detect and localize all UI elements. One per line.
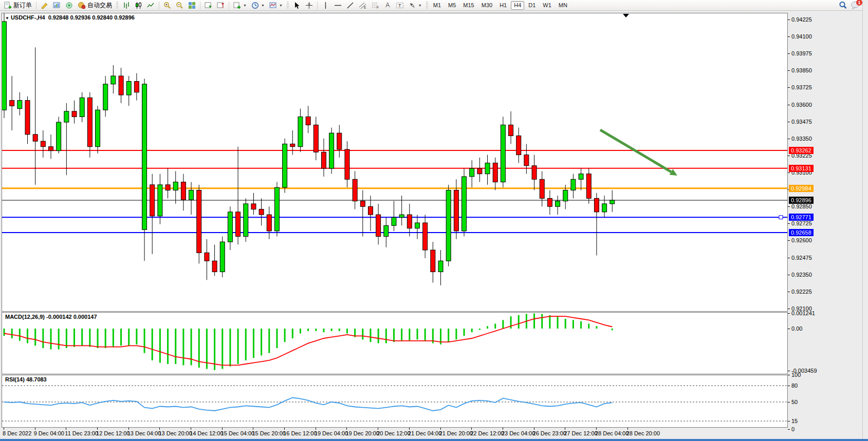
timeframe-h1-button[interactable]: H1 — [496, 1, 510, 10]
styler-button[interactable] — [39, 1, 50, 10]
candle — [134, 73, 139, 101]
chart-shift-marker[interactable] — [623, 14, 629, 17]
time-tick — [316, 428, 316, 430]
candle — [189, 182, 194, 215]
chart-ohlc-values: 0.92848 0.92936 0.92840 0.92896 — [48, 14, 135, 21]
fibonacci-icon: F — [372, 2, 380, 9]
cursor-button[interactable] — [291, 1, 303, 10]
candle — [376, 204, 381, 244]
level-line-handle[interactable] — [779, 216, 783, 219]
news-button[interactable] — [63, 1, 75, 10]
market-watch-button[interactable] — [51, 1, 63, 10]
candle — [313, 117, 318, 160]
candle — [610, 190, 615, 212]
bar-chart-mode-button[interactable] — [120, 1, 132, 10]
timeframe-m1-button[interactable]: M1 — [430, 1, 444, 10]
horizontal-line-button[interactable] — [332, 1, 344, 10]
crosshair-button[interactable] — [303, 1, 315, 10]
candle — [477, 158, 482, 182]
price-tick-label: 0.93850 — [791, 67, 812, 73]
time-tick-label: 28 Dec 04:00 — [595, 430, 629, 436]
auto-scroll-button[interactable] — [202, 1, 214, 10]
candle — [173, 171, 178, 204]
trendline-button[interactable] — [344, 1, 356, 10]
time-tick — [191, 428, 191, 430]
candle — [111, 65, 116, 94]
timeframe-h4-button[interactable]: H4 — [511, 1, 524, 10]
tile-windows-button[interactable] — [186, 1, 198, 10]
time-tick-label: 21 Dec 04:00 — [408, 430, 441, 436]
candle — [25, 97, 30, 144]
chevron-down-icon: ▼ — [279, 4, 283, 7]
auto-trading-icon — [78, 2, 86, 9]
vertical-line-button[interactable] — [320, 1, 331, 10]
time-axis[interactable]: 8 Dec 20229 Dec 04:0011 Dec 23:0012 Dec … — [2, 428, 788, 437]
mt4-terminal: 新订单 自动交易 — [0, 0, 868, 441]
price-tick — [788, 20, 790, 20]
macd-tick — [788, 329, 790, 329]
chat-button[interactable]: 1 — [851, 1, 861, 10]
text-icon: A — [385, 2, 390, 9]
fibonacci-button[interactable]: F — [370, 1, 382, 10]
candlestick-chart[interactable] — [2, 13, 787, 311]
macd-tick — [788, 313, 790, 314]
time-tick-label: 28 Dec 20:00 — [626, 430, 660, 436]
candle — [360, 190, 365, 236]
macd-tick — [788, 371, 790, 371]
rsi-tick — [788, 402, 790, 402]
candle — [158, 174, 162, 224]
rsi-panel[interactable]: RSI(14) 48.7083 — [2, 375, 788, 428]
timeframe-mn-button[interactable]: MN — [556, 1, 570, 10]
candle-chart-mode-button[interactable] — [133, 1, 144, 10]
arrows-button[interactable]: ▼ — [407, 1, 424, 10]
macd-panel[interactable]: MACD(12,26,9) -0.000142 0.000147 — [2, 312, 788, 374]
auto-trading-button[interactable]: 自动交易 — [76, 1, 114, 10]
main-chart-panel[interactable]: ▼USDCHF-,H4 0.92848 0.92936 0.92840 0.92… — [2, 13, 788, 312]
timeframe-m5-button[interactable]: M5 — [445, 1, 459, 10]
candle — [438, 250, 443, 285]
candle — [298, 109, 303, 152]
macd-values: -0.000142 0.000147 — [46, 314, 97, 320]
candle — [165, 168, 170, 198]
time-tick — [627, 428, 628, 430]
time-tick-label: 23 Dec 04:00 — [502, 430, 535, 436]
market-watch-icon — [53, 2, 61, 9]
candle — [431, 242, 435, 282]
rsi-tick-label: 15 — [791, 418, 798, 424]
templates-button[interactable]: ▼ — [267, 1, 285, 10]
timeframe-m30-button[interactable]: M30 — [478, 1, 495, 10]
time-tick — [378, 428, 378, 430]
candle — [524, 144, 529, 174]
search-icon[interactable] — [838, 1, 847, 10]
text-button[interactable]: A — [382, 1, 393, 10]
svg-text:E: E — [364, 6, 366, 9]
svg-text:T: T — [398, 3, 401, 8]
price-tick-label: 0.92600 — [791, 237, 812, 243]
timeframe-w1-button[interactable]: W1 — [540, 1, 555, 10]
candle — [197, 185, 201, 264]
symbol-dropdown-icon[interactable]: ▼ — [5, 16, 9, 21]
timeframe-group: M1M5M15M30H1H4D1W1MN — [430, 1, 570, 10]
toolbar: 新订单 自动交易 — [0, 0, 868, 11]
zoom-out-button[interactable] — [174, 1, 186, 10]
periods-button[interactable]: ▼ — [249, 1, 267, 10]
timeframe-m15-button[interactable]: M15 — [460, 1, 477, 10]
new-order-button[interactable]: 新订单 — [2, 1, 34, 10]
chat-unread-badge: 1 — [856, 0, 862, 6]
chart-shift-button[interactable] — [215, 1, 227, 10]
line-chart-mode-button[interactable] — [145, 1, 157, 10]
candle — [274, 182, 279, 237]
price-axis[interactable]: 0.942250.941000.939750.938500.937250.936… — [788, 13, 862, 439]
separator — [229, 2, 229, 9]
time-tick — [159, 428, 160, 430]
text-label-button[interactable]: T — [394, 1, 406, 10]
equidistant-channel-button[interactable]: E — [357, 1, 369, 10]
price-tick — [788, 70, 790, 71]
time-tick — [346, 428, 347, 430]
time-tick-label: 20 Dec 12:00 — [377, 430, 410, 436]
price-tick-label: 0.93475 — [791, 119, 812, 125]
candle — [181, 174, 186, 211]
indicators-button[interactable]: ▼ — [231, 1, 249, 10]
timeframe-d1-button[interactable]: D1 — [525, 1, 539, 10]
zoom-in-button[interactable] — [161, 1, 173, 10]
